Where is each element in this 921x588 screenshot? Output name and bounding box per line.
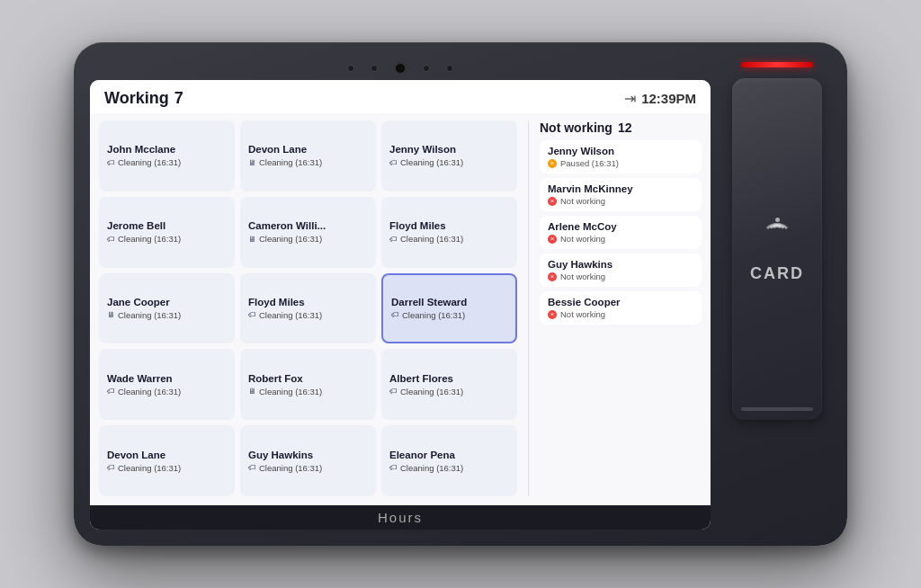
nw-card[interactable]: Bessie Cooper × Not working xyxy=(540,291,702,325)
worker-card[interactable]: Guy Hawkins 🏷 Cleaning (16:31) xyxy=(240,425,376,496)
worker-task-label: Cleaning (16:31) xyxy=(259,310,322,320)
status-text: Not working xyxy=(560,272,605,281)
worker-task-label: Cleaning (16:31) xyxy=(259,463,322,473)
nw-employee-name: Marvin McKinney xyxy=(548,183,693,194)
nw-employee-name: Bessie Cooper xyxy=(548,297,693,307)
worker-name: Jerome Bell xyxy=(107,220,227,231)
worker-card[interactable]: Floyd Miles 🏷 Cleaning (16:31) xyxy=(381,197,517,268)
worker-name: John Mcclane xyxy=(107,144,227,155)
status-dot: × xyxy=(548,159,557,168)
tag-icon: 🏷 xyxy=(248,463,256,472)
tag-icon: 🏷 xyxy=(389,463,398,472)
card-label: CARD xyxy=(750,264,804,283)
nfc-icon xyxy=(762,216,792,254)
nw-employee-name: Jenny Wilson xyxy=(548,146,693,156)
worker-task: 🏷 Cleaning (16:31) xyxy=(107,463,227,473)
worker-name: Jenny Wilson xyxy=(389,144,509,155)
worker-card[interactable]: Cameron Willi... 🖥 Cleaning (16:31) xyxy=(240,197,376,268)
camera-dot-right xyxy=(446,65,453,72)
monitor-icon: 🖥 xyxy=(107,310,115,319)
worker-task: 🏷 Cleaning (16:31) xyxy=(389,387,509,396)
status-text: Paused (16:31) xyxy=(560,158,619,168)
nw-card[interactable]: Arlene McCoy × Not working xyxy=(540,216,702,249)
card-reader-section: CARD xyxy=(723,58,831,530)
worker-task: 🏷 Cleaning (16:31) xyxy=(389,463,509,473)
status-text: Not working xyxy=(560,196,605,206)
camera-lens xyxy=(394,62,407,75)
worker-card[interactable]: Robert Fox 🖥 Cleaning (16:31) xyxy=(240,349,376,420)
nw-card[interactable]: Guy Hawkins × Not working xyxy=(540,254,702,287)
status-dot: × xyxy=(548,272,557,281)
status-dot: × xyxy=(548,197,557,206)
worker-task-label: Cleaning (16:31) xyxy=(118,157,181,167)
content-area: John Mcclane 🏷 Cleaning (16:31) Devon La… xyxy=(90,113,711,505)
worker-card[interactable]: John Mcclane 🏷 Cleaning (16:31) xyxy=(99,120,235,192)
time-display: 12:39PM xyxy=(641,91,696,106)
camera-dot-left2 xyxy=(371,65,378,72)
nw-count: 12 xyxy=(618,120,632,135)
nw-status: × Not working xyxy=(548,272,693,281)
nw-employee-name: Guy Hawkins xyxy=(548,259,693,270)
worker-card[interactable]: Albert Flores 🏷 Cleaning (16:31) xyxy=(381,349,517,420)
worker-name: Albert Flores xyxy=(389,373,509,384)
status-text: Not working xyxy=(560,234,605,244)
top-bar: Working 7 ⇥ 12:39PM xyxy=(90,80,711,113)
worker-task-label: Cleaning (16:31) xyxy=(259,157,322,167)
camera-bar xyxy=(90,58,711,80)
nw-status: × Not working xyxy=(548,309,693,319)
worker-task: 🏷 Cleaning (16:31) xyxy=(107,234,227,244)
nw-list: Jenny Wilson × Paused (16:31) Marvin McK… xyxy=(540,140,702,325)
nw-status: × Not working xyxy=(548,234,693,244)
worker-card[interactable]: Devon Lane 🏷 Cleaning (16:31) xyxy=(99,425,235,496)
nw-employee-name: Arlene McCoy xyxy=(548,221,693,232)
worker-task-label: Cleaning (16:31) xyxy=(400,463,463,473)
card-reader-bottom-bar xyxy=(741,407,813,411)
working-label: Working xyxy=(104,89,169,108)
worker-card[interactable]: Jane Cooper 🖥 Cleaning (16:31) xyxy=(99,273,235,344)
worker-card[interactable]: Floyd Miles 🏷 Cleaning (16:31) xyxy=(240,273,376,344)
worker-task-label: Cleaning (16:31) xyxy=(400,234,463,244)
nw-card[interactable]: Jenny Wilson × Paused (16:31) xyxy=(540,140,702,174)
screen: Working 7 ⇥ 12:39PM John Mcclane 🏷 Clean… xyxy=(90,80,711,530)
screen-section: Working 7 ⇥ 12:39PM John Mcclane 🏷 Clean… xyxy=(90,58,711,530)
divider xyxy=(528,120,529,496)
status-text: Not working xyxy=(560,309,605,319)
worker-name: Robert Fox xyxy=(248,373,368,384)
worker-card[interactable]: Devon Lane 🖥 Cleaning (16:31) xyxy=(240,120,376,192)
worker-name: Jane Cooper xyxy=(107,297,227,307)
worker-name: Devon Lane xyxy=(107,450,227,460)
worker-card[interactable]: Jerome Bell 🏷 Cleaning (16:31) xyxy=(99,197,235,268)
worker-task-label: Cleaning (16:31) xyxy=(118,234,181,244)
exit-icon[interactable]: ⇥ xyxy=(624,90,636,107)
worker-task-label: Cleaning (16:31) xyxy=(259,234,322,244)
monitor-icon: 🖥 xyxy=(248,235,256,244)
worker-card[interactable]: Eleanor Pena 🏷 Cleaning (16:31) xyxy=(381,425,517,496)
device: Working 7 ⇥ 12:39PM John Mcclane 🏷 Clean… xyxy=(74,42,847,546)
worker-name: Wade Warren xyxy=(107,373,227,384)
worker-name: Guy Hawkins xyxy=(248,450,368,460)
worker-task-label: Cleaning (16:31) xyxy=(259,387,322,396)
worker-name: Cameron Willi... xyxy=(248,220,368,231)
tag-icon: 🏷 xyxy=(389,235,398,244)
worker-name: Floyd Miles xyxy=(248,297,368,307)
worker-task-label: Cleaning (16:31) xyxy=(402,310,465,320)
tag-icon: 🏷 xyxy=(107,387,115,396)
nw-label: Not working xyxy=(540,120,613,135)
worker-name: Devon Lane xyxy=(248,144,368,155)
worker-task: 🖥 Cleaning (16:31) xyxy=(248,157,368,167)
nw-card[interactable]: Marvin McKinney × Not working xyxy=(540,178,702,211)
tag-icon: 🏷 xyxy=(248,310,256,319)
worker-name: Eleanor Pena xyxy=(389,450,509,460)
card-reader-body[interactable]: CARD xyxy=(732,78,822,420)
worker-task: 🏷 Cleaning (16:31) xyxy=(248,310,368,320)
worker-card[interactable]: Darrell Steward 🏷 Cleaning (16:31) xyxy=(381,273,517,344)
worker-name: Floyd Miles xyxy=(389,220,509,231)
red-indicator xyxy=(741,62,813,67)
tag-icon: 🏷 xyxy=(389,158,398,167)
tag-icon: 🏷 xyxy=(107,463,115,472)
worker-card[interactable]: Wade Warren 🏷 Cleaning (16:31) xyxy=(99,349,235,420)
camera-dot-left xyxy=(347,65,354,72)
worker-card[interactable]: Jenny Wilson 🏷 Cleaning (16:31) xyxy=(381,120,517,192)
not-working-panel: Not working 12 Jenny Wilson × Paused (16… xyxy=(540,120,702,496)
worker-task: 🏷 Cleaning (16:31) xyxy=(107,387,227,396)
